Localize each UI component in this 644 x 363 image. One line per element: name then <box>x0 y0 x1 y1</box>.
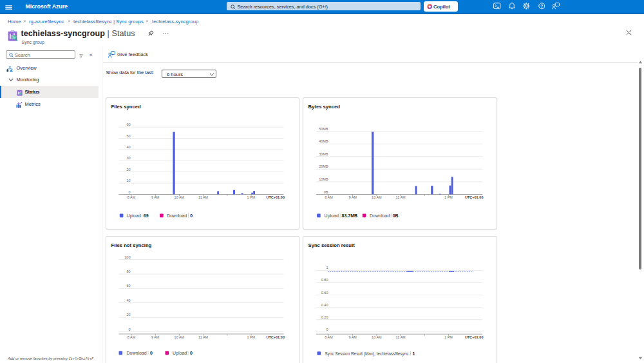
svg-text:10 AM: 10 AM <box>372 335 382 339</box>
svg-text:0.20: 0.20 <box>321 315 328 319</box>
svg-text:60: 60 <box>126 123 130 126</box>
svg-text:8 AM: 8 AM <box>128 335 136 339</box>
svg-text:8 AM: 8 AM <box>128 195 136 199</box>
svg-text:20MB: 20MB <box>319 164 328 168</box>
svg-text:Sync Session Result (Max), tec: Sync Session Result (Max), techielassfil… <box>325 351 409 357</box>
svg-text:30: 30 <box>126 156 130 160</box>
svg-text:40: 40 <box>126 144 130 148</box>
svg-text:Download: Download <box>127 351 147 355</box>
svg-text:Sync session result: Sync session result <box>308 242 355 248</box>
svg-text:0: 0 <box>150 351 153 355</box>
svg-text:9 AM: 9 AM <box>348 195 357 199</box>
svg-text:50: 50 <box>126 133 130 137</box>
svg-text:Files not syncing: Files not syncing <box>111 242 152 248</box>
svg-text:0: 0 <box>190 213 193 218</box>
svg-text:0.40: 0.40 <box>321 303 328 307</box>
svg-text:10: 10 <box>126 179 130 182</box>
svg-text:1: 1 <box>326 266 328 270</box>
svg-text:10 AM: 10 AM <box>175 335 185 339</box>
svg-text:83.7MB: 83.7MB <box>341 213 357 218</box>
svg-text:11 AM: 11 AM <box>395 195 406 199</box>
svg-text:1 PM: 1 PM <box>444 195 453 199</box>
svg-text:Download: Download <box>370 213 390 218</box>
svg-text:0.80: 0.80 <box>321 278 328 282</box>
svg-text:0: 0 <box>128 190 130 193</box>
svg-text:11 AM: 11 AM <box>198 195 209 199</box>
svg-text:Upload: Upload <box>324 213 338 219</box>
svg-text:0: 0 <box>190 351 193 355</box>
svg-text:10 AM: 10 AM <box>372 195 382 199</box>
svg-text:9 AM: 9 AM <box>151 195 160 199</box>
svg-text:10 AM: 10 AM <box>175 195 185 199</box>
svg-text:0B: 0B <box>323 190 328 193</box>
svg-text:60: 60 <box>126 284 130 288</box>
svg-text:100: 100 <box>124 255 130 259</box>
svg-text:Upload: Upload <box>173 351 187 356</box>
svg-text:11 AM: 11 AM <box>395 335 406 339</box>
svg-text:10MB: 10MB <box>319 177 328 181</box>
svg-text:69: 69 <box>144 213 149 218</box>
svg-text:?: ? <box>540 4 543 8</box>
svg-text:40: 40 <box>126 299 130 302</box>
svg-text:8 AM: 8 AM <box>325 195 333 199</box>
svg-text:0: 0 <box>326 328 328 331</box>
svg-text:20: 20 <box>126 167 130 171</box>
svg-text:40MB: 40MB <box>319 139 328 143</box>
svg-text:8 AM: 8 AM <box>325 335 333 339</box>
svg-text:UTC+01:00: UTC+01:00 <box>266 335 285 339</box>
svg-text:Bytes synced: Bytes synced <box>308 104 340 110</box>
svg-text:0B: 0B <box>392 213 398 218</box>
svg-text:1 PM: 1 PM <box>247 195 256 199</box>
svg-text:Download: Download <box>167 213 187 218</box>
svg-text:80: 80 <box>126 270 130 273</box>
svg-text:1: 1 <box>412 351 415 356</box>
svg-text:0.60: 0.60 <box>321 291 328 295</box>
svg-text:20: 20 <box>126 313 130 317</box>
svg-text:11 AM: 11 AM <box>198 335 209 339</box>
svg-text:Upload: Upload <box>127 213 141 219</box>
svg-text:UTC+01:00: UTC+01:00 <box>464 195 483 199</box>
svg-text:9 AM: 9 AM <box>348 335 357 339</box>
svg-text:1 PM: 1 PM <box>247 335 256 339</box>
svg-text:50MB: 50MB <box>319 126 328 130</box>
svg-text:Files synced: Files synced <box>111 104 141 110</box>
svg-text:30MB: 30MB <box>319 152 328 155</box>
svg-text:UTC+01:00: UTC+01:00 <box>266 195 285 199</box>
svg-text:9 AM: 9 AM <box>151 335 160 339</box>
svg-text:1 PM: 1 PM <box>444 335 453 339</box>
svg-text:UTC+01:00: UTC+01:00 <box>464 335 483 339</box>
svg-text:0: 0 <box>128 328 130 331</box>
